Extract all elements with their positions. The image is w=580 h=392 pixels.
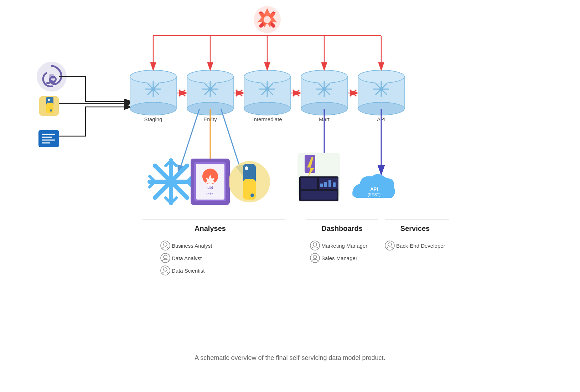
svg-rect-8 xyxy=(46,82,50,84)
data-scientist-row: Data Scientist xyxy=(161,266,205,275)
svg-point-21 xyxy=(130,102,176,115)
caption-text: A schematic overview of the final self-s… xyxy=(195,354,385,361)
svg-point-140 xyxy=(388,243,392,246)
staging-db: Staging xyxy=(130,70,176,122)
python-icon xyxy=(39,96,59,116)
svg-point-54 xyxy=(322,87,326,91)
svg-rect-14 xyxy=(38,130,59,147)
sales-manager-row: Sales Manager xyxy=(310,253,357,263)
business-analyst-label: Business Analyst xyxy=(172,243,212,249)
svg-point-115 xyxy=(164,255,167,259)
svg-point-7 xyxy=(49,74,55,79)
svg-rect-127 xyxy=(324,182,327,187)
intermediate-label: Intermediate xyxy=(252,116,282,122)
svg-text:dbt: dbt xyxy=(207,186,213,190)
svg-point-101 xyxy=(167,177,175,186)
svg-point-22 xyxy=(130,70,176,83)
svg-rect-126 xyxy=(320,184,323,187)
python-output-icon xyxy=(229,161,270,202)
svg-point-36 xyxy=(208,87,212,91)
data-analyst-label: Data Analyst xyxy=(172,255,202,261)
dbt-logo xyxy=(254,6,281,33)
svg-text:project: project xyxy=(206,192,215,195)
backend-developer-label: Back-End Developer xyxy=(396,243,445,249)
svg-point-39 xyxy=(244,102,290,115)
svg-rect-125 xyxy=(301,191,337,200)
diagram-container: Staging Entity xyxy=(0,0,580,392)
services-label: Services xyxy=(400,225,430,232)
svg-rect-129 xyxy=(333,182,336,187)
svg-point-132 xyxy=(313,243,317,246)
data-scientist-label: Data Scientist xyxy=(172,268,205,274)
svg-rect-128 xyxy=(328,180,331,187)
svg-point-117 xyxy=(164,268,167,271)
intermediate-db: Intermediate xyxy=(244,70,290,122)
snowflake-output-icon xyxy=(150,160,192,203)
marketing-manager-row: Marketing Manager xyxy=(310,241,367,250)
svg-point-109 xyxy=(245,166,248,170)
svg-point-45 xyxy=(265,87,269,91)
svg-rect-9 xyxy=(51,82,55,84)
svg-point-31 xyxy=(187,70,233,83)
dashboards-label: Dashboards xyxy=(321,225,363,232)
svg-text:API: API xyxy=(370,186,378,192)
svg-point-27 xyxy=(151,87,155,91)
svg-point-134 xyxy=(313,255,317,259)
data-analyst-row: Data Analyst xyxy=(161,253,202,263)
svg-point-13 xyxy=(50,109,52,112)
svg-point-49 xyxy=(301,70,347,83)
rest-api-icon: API {REST} xyxy=(352,174,395,198)
sales-manager-label: Sales Manager xyxy=(321,255,357,261)
analyses-label: Analyses xyxy=(195,225,226,232)
backend-developer-row: Back-End Developer xyxy=(385,241,445,250)
svg-point-113 xyxy=(164,243,167,246)
svg-point-12 xyxy=(48,99,50,101)
kafka-icon xyxy=(38,130,59,147)
business-analyst-row: Business Analyst xyxy=(161,241,212,250)
svg-point-63 xyxy=(379,87,383,91)
svg-point-40 xyxy=(244,70,290,83)
svg-point-73 xyxy=(264,16,271,23)
dbt-book-icon: dbt project xyxy=(191,159,230,205)
dashboard-icon xyxy=(297,153,340,201)
svg-point-110 xyxy=(250,194,254,197)
marketing-manager-label: Marketing Manager xyxy=(321,243,367,249)
svg-text:{REST}: {REST} xyxy=(368,192,381,197)
staging-label: Staging xyxy=(144,116,162,122)
svg-rect-123 xyxy=(301,178,317,189)
svg-point-58 xyxy=(358,70,404,83)
